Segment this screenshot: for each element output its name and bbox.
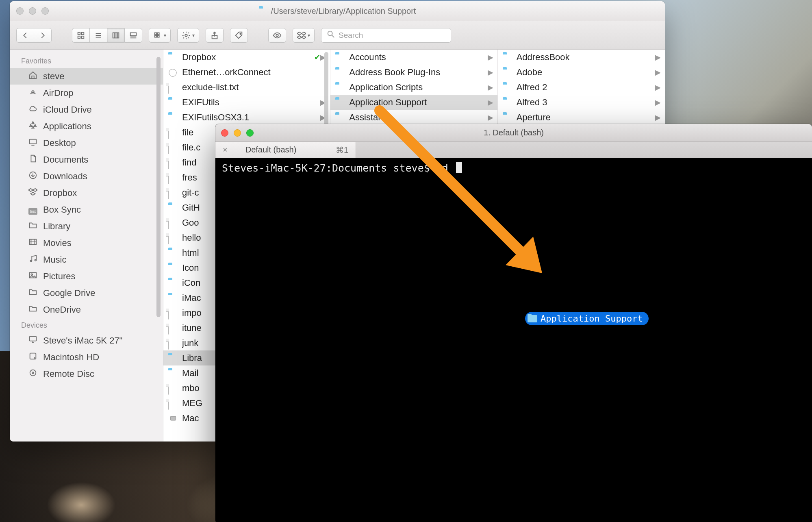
column-3-row[interactable]: Adobe▶ [498, 65, 665, 80]
dropbox-icon [297, 31, 306, 40]
column-1-row[interactable]: Ethernet…orkConnect [163, 65, 330, 80]
column-3-row[interactable]: Alfred 2▶ [498, 80, 665, 95]
sidebar-section-title: Devices [10, 318, 163, 332]
sidebar-item-macintosh-hd[interactable]: Macintosh HD [10, 349, 163, 365]
sidebar-item-desktop[interactable]: Desktop [10, 135, 163, 151]
column-2-row[interactable]: Accounts▶ [330, 50, 497, 65]
svg-rect-1 [82, 32, 84, 35]
finder-zoom-button[interactable] [41, 7, 49, 15]
sidebar-item-steve[interactable]: steve [10, 68, 163, 85]
svg-rect-2 [78, 36, 80, 38]
arrange-button[interactable]: ▾ [149, 28, 171, 43]
sidebar-item-remote-disc[interactable]: Remote Disc [10, 365, 163, 382]
dropbox-toolbar-button[interactable]: ▾ [293, 28, 315, 43]
file-icon [168, 324, 178, 332]
imac-icon [28, 335, 38, 346]
svg-rect-13 [155, 33, 157, 35]
svg-rect-10 [130, 33, 137, 35]
finder-close-button[interactable] [16, 7, 24, 15]
sidebar-item-downloads[interactable]: Downloads [10, 168, 163, 185]
file-icon [168, 234, 178, 242]
back-button[interactable] [16, 28, 34, 43]
sidebar-item-icloud-drive[interactable]: iCloud Drive [10, 101, 163, 118]
sidebar-item-label: OneDrive [43, 304, 81, 315]
sidebar-item-box-sync[interactable]: boxBox Sync [10, 201, 163, 218]
sidebar-item-onedrive[interactable]: OneDrive [10, 301, 163, 318]
sidebar-item-google-drive[interactable]: Google Drive [10, 285, 163, 301]
folder-icon [168, 264, 178, 272]
terminal-titlebar[interactable]: 1. Default (bash) [215, 124, 812, 142]
sidebar-item-airdrop[interactable]: AirDrop [10, 85, 163, 101]
sidebar-item-label: Macintosh HD [43, 352, 99, 363]
terminal-body[interactable]: Steves-iMac-5K-27:Documents steve$ cd Ap… [215, 158, 812, 522]
file-icon [168, 174, 178, 182]
column-1-row[interactable]: EXIFUtils▶ [163, 95, 330, 110]
svg-point-47 [35, 357, 35, 358]
tags-button[interactable] [230, 28, 248, 43]
column-2-row[interactable]: Assistant▶ [330, 110, 497, 125]
row-name: Application Scripts [349, 82, 487, 93]
folder-icon [335, 98, 345, 107]
finder-sidebar: FavoritessteveAirDropiCloud DriveApplica… [10, 50, 163, 442]
grid-icon [76, 31, 85, 40]
sidebar-item-applications[interactable]: Applications [10, 118, 163, 135]
forward-button[interactable] [34, 28, 52, 43]
finder-titlebar[interactable]: /Users/steve/Library/Application Support [10, 1, 665, 21]
finder-minimize-button[interactable] [29, 7, 36, 15]
column-1-row[interactable]: Dropbox✔▶ [163, 50, 330, 65]
column-3-row[interactable]: Aperture▶ [498, 110, 665, 125]
cloud-icon [28, 104, 38, 115]
apps-icon [28, 121, 38, 132]
column-1-row[interactable]: exclude-list.txt [163, 80, 330, 95]
svg-rect-43 [30, 336, 37, 341]
finder-search-field[interactable]: Search [321, 28, 451, 43]
disclosure-arrow-icon: ▶ [488, 53, 493, 62]
column-1-row[interactable]: EXIFutilsOSX3.1▶ [163, 110, 330, 125]
row-name: Alfred 2 [517, 82, 655, 93]
sidebar-item-label: Movies [43, 238, 72, 248]
svg-point-49 [32, 372, 34, 374]
column-2-row[interactable]: Application Scripts▶ [330, 80, 497, 95]
terminal-tab-1[interactable]: × Default (bash) ⌘1 [215, 142, 356, 158]
row-name: Aperture [517, 112, 655, 123]
row-name: Assistant [349, 112, 487, 123]
sidebar-item-pictures[interactable]: Pictures [10, 268, 163, 285]
column-2-row[interactable]: Application Support▶ [330, 95, 497, 110]
folder-icon [28, 287, 38, 299]
folder-icon [168, 279, 178, 287]
column-view-button[interactable] [107, 28, 124, 43]
folder-proxy-icon[interactable] [259, 7, 268, 15]
sidebar-item-dropbox[interactable]: Dropbox [10, 185, 163, 201]
close-icon[interactable]: × [223, 145, 228, 154]
list-view-button[interactable] [89, 28, 107, 43]
action-button[interactable]: ▾ [177, 28, 199, 43]
terminal-zoom-button[interactable] [246, 129, 254, 137]
terminal-minimize-button[interactable] [234, 129, 241, 137]
chevron-down-icon: ▾ [164, 33, 166, 38]
quicklook-button[interactable] [268, 28, 286, 43]
row-name: Ethernet…orkConnect [182, 67, 326, 78]
share-button[interactable] [206, 28, 224, 43]
icon-view-button[interactable] [72, 28, 89, 43]
sidebar-item-library[interactable]: Library [10, 218, 163, 235]
sidebar-item-movies[interactable]: Movies [10, 235, 163, 251]
sidebar-item-music[interactable]: Music [10, 251, 163, 268]
folder-icon [335, 113, 345, 122]
coverflow-view-button[interactable] [124, 28, 142, 43]
column-3-row[interactable]: Alfred 3▶ [498, 95, 665, 110]
file-icon [168, 83, 178, 91]
arrange-icon [153, 31, 162, 40]
column-2-row[interactable]: Address Book Plug-Ins▶ [330, 65, 497, 80]
sidebar-item-steve-s-imac-5k-27-[interactable]: Steve's iMac 5K 27" [10, 332, 163, 349]
column-3-row[interactable]: AddressBook▶ [498, 50, 665, 65]
folder-icon [168, 369, 178, 377]
drag-proxy-folder[interactable]: Application Support [525, 312, 649, 325]
svg-line-26 [332, 35, 334, 38]
file-icon [168, 384, 178, 392]
chevron-right-icon [38, 31, 47, 40]
sidebar-item-documents[interactable]: Documents [10, 151, 163, 168]
share-icon [210, 31, 219, 40]
columns-icon [111, 31, 120, 40]
sidebar-scrollbar[interactable] [156, 57, 161, 317]
terminal-close-button[interactable] [221, 129, 228, 137]
